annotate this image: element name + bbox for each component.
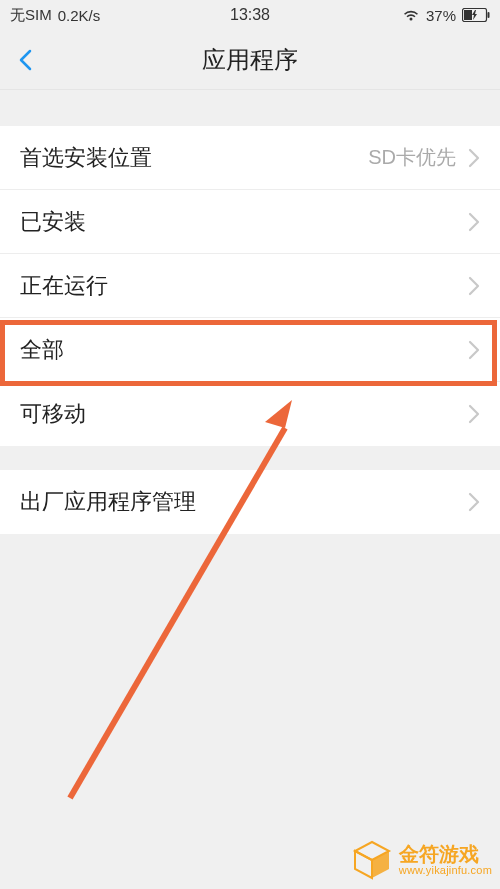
watermark-url: www.yikajinfu.com <box>399 865 492 877</box>
row-label: 正在运行 <box>20 271 468 301</box>
battery-icon <box>462 8 490 22</box>
watermark-title: 金符游戏 <box>399 844 492 865</box>
chevron-right-icon <box>468 148 480 168</box>
svg-rect-2 <box>464 10 472 20</box>
network-speed: 0.2K/s <box>58 7 101 24</box>
back-button[interactable] <box>14 48 38 72</box>
section-gap <box>0 90 500 126</box>
status-right: 37% <box>402 7 490 24</box>
svg-rect-1 <box>488 12 490 18</box>
sim-status: 无SIM <box>10 6 52 25</box>
section-gap <box>0 446 500 470</box>
row-value: SD卡优先 <box>368 144 456 171</box>
battery-percent: 37% <box>426 7 456 24</box>
svg-marker-6 <box>355 851 372 878</box>
row-install-location[interactable]: 首选安装位置 SD卡优先 <box>0 126 500 190</box>
row-factory-apps[interactable]: 出厂应用程序管理 <box>0 470 500 534</box>
clock: 13:38 <box>230 6 270 24</box>
chevron-left-icon <box>14 48 38 72</box>
status-bar: 无SIM 0.2K/s 13:38 37% <box>0 0 500 30</box>
row-all[interactable]: 全部 <box>0 318 500 382</box>
page-title: 应用程序 <box>202 44 298 76</box>
chevron-right-icon <box>468 404 480 424</box>
chevron-right-icon <box>468 340 480 360</box>
row-running[interactable]: 正在运行 <box>0 254 500 318</box>
chevron-right-icon <box>468 492 480 512</box>
chevron-right-icon <box>468 276 480 296</box>
row-label: 可移动 <box>20 399 468 429</box>
svg-marker-5 <box>355 842 389 860</box>
row-label: 已安装 <box>20 207 468 237</box>
row-label: 首选安装位置 <box>20 143 368 173</box>
chevron-right-icon <box>468 212 480 232</box>
row-movable[interactable]: 可移动 <box>0 382 500 446</box>
watermark: 金符游戏 www.yikajinfu.com <box>351 839 492 881</box>
row-installed[interactable]: 已安装 <box>0 190 500 254</box>
svg-marker-7 <box>372 851 389 878</box>
row-label: 出厂应用程序管理 <box>20 487 468 517</box>
status-left: 无SIM 0.2K/s <box>10 6 100 25</box>
cube-icon <box>351 839 393 881</box>
wifi-icon <box>402 8 420 22</box>
row-label: 全部 <box>20 335 468 365</box>
nav-bar: 应用程序 <box>0 30 500 90</box>
